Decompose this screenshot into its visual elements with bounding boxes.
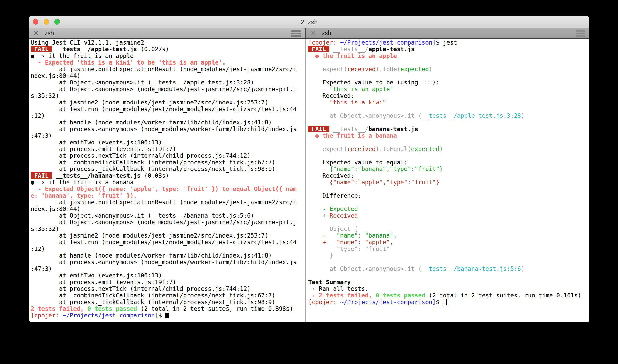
terminal-line: - Expected — [308, 206, 589, 212]
terminal-line: Expected value to equal: — [308, 159, 589, 166]
terminal-line: Received: — [308, 92, 589, 99]
terminal-line: ndex.js:80:44) — [31, 72, 305, 79]
terminal-cursor — [165, 313, 169, 318]
terminal-line: ● the fruit is a banana — [308, 132, 589, 139]
terminal-line: › 2 tests failed, 0 tests passed (2 tota… — [308, 292, 589, 299]
terminal-line: at jasmine.buildExpectationResult (node_… — [31, 199, 305, 206]
terminal-line: Test Summary — [308, 279, 589, 285]
terminal-line: ● › it the fruit is a banana — [31, 179, 305, 186]
terminal-line: at jasmine.buildExpectationResult (node_… — [31, 66, 305, 72]
terminal-line: "this is a kiwi" — [308, 99, 589, 106]
close-tab-icon[interactable]: ✕ — [33, 28, 39, 38]
terminal-line: at Object.<anonymous>.it (__tests__/appl… — [31, 79, 305, 86]
right-pane-tab-bar[interactable]: ✕ zsh — [306, 28, 589, 39]
right-terminal-pane[interactable]: [cpojer: ~/Projects/jest-comparison]$ je… — [306, 39, 589, 322]
terminal-line: › Ran all tests. — [308, 285, 589, 292]
terminal-line — [308, 119, 589, 126]
terminal-line: at Object.<anonymous>.it (__tests__/bana… — [308, 265, 589, 272]
left-tab-title: zsh — [45, 30, 54, 37]
terminal-line: at process.nextTick (internal/child_proc… — [31, 152, 305, 159]
terminal-line: FAIL __tests__/apple-test.js — [308, 46, 589, 52]
terminal-line: at jasmine2 (node_modules/jest-jasmine2/… — [31, 99, 305, 106]
terminal-cursor — [443, 299, 447, 305]
terminal-line — [308, 272, 589, 279]
terminal-line: FAIL __tests__/banana-test.js (0.03s) — [31, 172, 305, 179]
terminal-line: :47:3) — [31, 132, 305, 139]
terminal-line: ● the fruit is an apple — [308, 52, 589, 59]
left-terminal-pane[interactable]: Using Jest CLI v12.1.1, jasmine2 FAIL __… — [29, 39, 305, 322]
terminal-line — [308, 106, 589, 112]
terminal-line: {"name":"banana","type":"fruit"} — [308, 166, 589, 172]
terminal-line: at handle (node_modules/worker-farm/lib/… — [31, 252, 305, 259]
terminal-line: at jasmine2 (node_modules/jest-jasmine2/… — [31, 232, 305, 239]
close-tab-icon[interactable]: ✕ — [310, 28, 316, 38]
terminal-line: Object { — [308, 226, 589, 232]
window-title: 2. zsh — [29, 16, 589, 28]
terminal-line: s:35:32) — [31, 226, 305, 232]
terminal-line: expect(received).toBe(expected) — [308, 66, 589, 72]
close-button[interactable] — [33, 19, 38, 25]
terminal-line: at process.emit (events.js:191:7) — [31, 279, 305, 285]
terminal-line: at _combinedTickCallback (internal/proce… — [31, 292, 305, 299]
title-bar[interactable]: 2. zsh — [29, 16, 589, 28]
terminal-line: Received: — [308, 172, 589, 179]
zoom-button[interactable] — [54, 19, 60, 25]
terminal-line: at handle (node_modules/worker-farm/lib/… — [31, 119, 305, 126]
terminal-line: expect(received).toEqual(expected) — [308, 146, 589, 152]
terminal-line: } — [308, 252, 589, 259]
terminal-line: at process.nextTick (internal/child_proc… — [31, 285, 305, 292]
terminal-line: at Object.<anonymous>.it (__tests__/appl… — [308, 112, 589, 119]
terminal-line — [308, 152, 589, 159]
terminal-line: + "name": "apple", — [308, 239, 589, 245]
terminal-line — [308, 199, 589, 206]
terminal-line — [308, 219, 589, 226]
terminal-line: [cpojer: ~/Projects/jest-comparison]$ — [308, 299, 589, 305]
terminal-line: at process.<anonymous> (node_modules/wor… — [31, 126, 305, 132]
terminal-line: [cpojer: ~/Projects/jest-comparison]$ — [31, 312, 305, 319]
terminal-line: - Expected 'this is a kiwi' to be 'this … — [31, 59, 305, 66]
terminal-line: at Test.run (node_modules/jest/node_modu… — [31, 106, 305, 112]
terminal-line: 2 tests failed, 0 tests passed (2 total … — [31, 305, 305, 312]
terminal-line: "type": "fruit" — [308, 245, 589, 252]
terminal-line: at Object.<anonymous> (node_modules/jest… — [31, 219, 305, 226]
terminal-line — [308, 139, 589, 146]
terminal-line: :12) — [31, 245, 305, 252]
terminal-line: Difference: — [308, 192, 589, 199]
terminal-line: at process.emit (events.js:191:7) — [31, 146, 305, 152]
desktop-background: 2. zsh ✕ zsh ✕ zsh Using Jest CLI v12.1.… — [0, 0, 618, 364]
hamburger-menu-icon[interactable] — [576, 30, 585, 37]
terminal-line: ndex.js:80:44) — [31, 206, 305, 212]
terminal-line: ● › it the fruit is an apple — [31, 52, 305, 59]
terminal-line: at process._tickCallback (internal/proce… — [31, 299, 305, 305]
terminal-line — [308, 186, 589, 192]
terminal-line: [cpojer: ~/Projects/jest-comparison]$ je… — [308, 39, 589, 46]
hamburger-menu-icon[interactable] — [291, 30, 301, 37]
terminal-window: 2. zsh ✕ zsh ✕ zsh Using Jest CLI v12.1.… — [29, 16, 589, 322]
terminal-line: at emitTwo (events.js:106:13) — [31, 139, 305, 146]
terminal-line: at process._tickCallback (internal/proce… — [31, 166, 305, 172]
terminal-line: at Test.run (node_modules/jest/node_modu… — [31, 239, 305, 245]
terminal-line: s:35:32) — [31, 92, 305, 99]
terminal-line — [308, 72, 589, 79]
terminal-line — [308, 59, 589, 66]
minimize-button[interactable] — [44, 19, 49, 25]
terminal-line: at process.<anonymous> (node_modules/wor… — [31, 259, 305, 265]
terminal-line: "this is an apple" — [308, 86, 589, 92]
left-pane-tab-bar[interactable]: ✕ zsh — [29, 28, 305, 39]
right-tab-title: zsh — [322, 30, 331, 37]
terminal-line: Using Jest CLI v12.1.1, jasmine2 — [31, 39, 305, 46]
terminal-line: FAIL __tests__/apple-test.js (0.027s) — [31, 46, 305, 52]
terminal-line: :12) — [31, 112, 305, 119]
terminal-line: FAIL __tests__/banana-test.js — [308, 126, 589, 132]
terminal-line: at _combinedTickCallback (internal/proce… — [31, 159, 305, 166]
terminal-line: e: 'banana', type: 'fruit' }). — [31, 192, 305, 199]
terminal-line — [308, 259, 589, 265]
terminal-line: :47:3) — [31, 265, 305, 272]
terminal-line: + Received — [308, 212, 589, 219]
terminal-content: Using Jest CLI v12.1.1, jasmine2 FAIL __… — [29, 39, 589, 322]
terminal-line: - Expected Object({ name: 'apple', type:… — [31, 186, 305, 192]
terminal-line: - "name": "banana", — [308, 232, 589, 239]
terminal-line: Expected value to be (using ===): — [308, 79, 589, 86]
terminal-line: at emitTwo (events.js:106:13) — [31, 272, 305, 279]
tab-row: ✕ zsh ✕ zsh — [29, 28, 589, 39]
